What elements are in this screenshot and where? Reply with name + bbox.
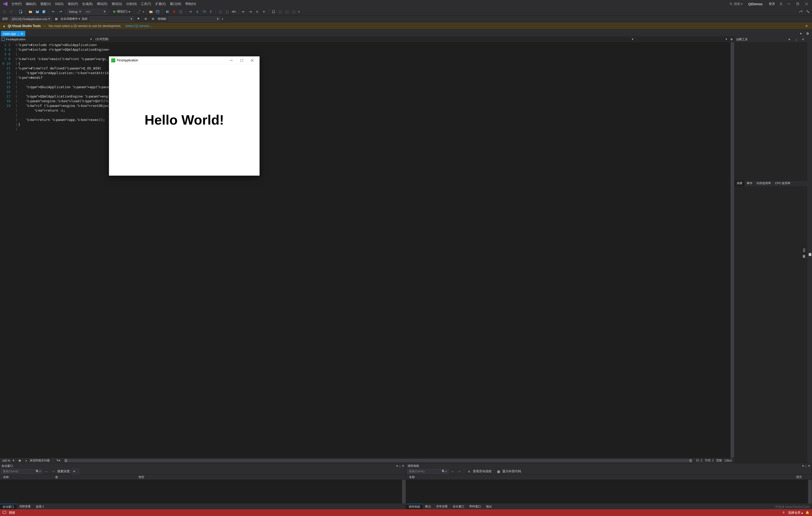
arrow-up-icon[interactable] — [782, 511, 785, 514]
thread-icon[interactable]: ⧉ — [143, 16, 149, 22]
bp-btn-2[interactable]: ⬚ — [224, 9, 230, 14]
indent-icon[interactable]: ⇤ — [241, 9, 246, 14]
redo-icon[interactable] — [58, 9, 63, 14]
uncomment-icon[interactable]: ≡ — [261, 9, 267, 14]
tab-close-icon[interactable]: ✕ — [21, 32, 23, 36]
auto-depth-dropdown[interactable]: ▾ — [71, 469, 79, 475]
diag-tab-memory[interactable]: 内存使用率 — [754, 181, 773, 186]
notifications-icon[interactable]: 🔔 — [806, 511, 809, 514]
bookmark-icon[interactable] — [271, 9, 277, 14]
brush-icon[interactable]: ✎▾ — [56, 458, 61, 463]
nav-project-dropdown[interactable]: FirstApplication▾ — [0, 36, 94, 42]
restart-icon[interactable] — [178, 9, 184, 14]
auto-scrollbar[interactable] — [402, 480, 406, 504]
stack-col-lang[interactable]: 语言 — [794, 475, 810, 480]
auto-search-input[interactable]: 搜索(Ctrl+E)🔍▾ — [1, 469, 43, 474]
step-out-icon[interactable] — [208, 9, 214, 14]
split-editor-icon[interactable]: ⊕ — [729, 36, 734, 42]
tab-output[interactable]: 输出 — [484, 504, 494, 509]
menu-build[interactable]: 生成(B) — [80, 1, 95, 7]
auto-fwd-icon[interactable]: → — [51, 469, 56, 475]
new-item-icon[interactable] — [18, 9, 24, 14]
stack-close-icon[interactable]: ✕ — [808, 464, 810, 467]
auto-col-name[interactable]: 名称 — [2, 475, 54, 480]
app-close-icon[interactable] — [247, 57, 257, 64]
menu-tools[interactable]: 工具(T) — [139, 1, 153, 7]
menu-extensions[interactable]: 扩展(X) — [153, 1, 168, 7]
line-ending[interactable]: CRLF — [725, 459, 732, 462]
menu-analyze[interactable]: 分析(N) — [124, 1, 139, 7]
thread-dropdown[interactable]: ▾ — [90, 17, 134, 22]
tab-auto-window[interactable]: 自动窗口 — [0, 504, 17, 509]
nav-scope-dropdown[interactable]: (全局范围)▾ — [94, 36, 635, 42]
menu-debug[interactable]: 调试(D) — [95, 1, 110, 7]
tab-dropdown-icon[interactable]: ▾ — [798, 31, 804, 36]
open-icon[interactable] — [28, 9, 33, 14]
menu-help[interactable]: 帮助(H) — [183, 1, 198, 7]
diag-tab-summary[interactable]: 摘要 — [735, 181, 745, 186]
step-over-icon[interactable] — [201, 9, 207, 14]
pin-icon[interactable]: ⟂ — [18, 32, 19, 35]
stack-dropdown[interactable]: ▾ — [168, 17, 221, 22]
stop-icon[interactable] — [171, 9, 177, 14]
stack-back-icon[interactable]: ← — [450, 469, 456, 475]
code-editor[interactable]: 1 2 3 4 5 6 7 8 9 10 11 12 13 14 15 16 1… — [0, 42, 734, 458]
fold-column[interactable]: ⊟ │ │ ⊟ │ ⊟ │ │ │ │ │ │ │ │ │ │ │ │ │ — [14, 42, 18, 458]
outdent-icon[interactable]: ⇥ — [248, 9, 253, 14]
search-box[interactable]: 搜索 ▾ — [728, 1, 744, 7]
menu-view[interactable]: 视图(V) — [38, 1, 53, 7]
live-share-icon[interactable] — [805, 9, 810, 14]
menu-edit[interactable]: 编辑(E) — [24, 1, 38, 7]
auto-close-icon[interactable]: ✕ — [402, 464, 404, 467]
auto-back-icon[interactable]: ← — [44, 469, 50, 475]
tab-call-stack[interactable]: 调用堆栈 — [406, 504, 423, 509]
platform-dropdown[interactable]: x64▾ — [84, 9, 107, 14]
tab-command[interactable]: 命令窗口 — [450, 504, 467, 509]
window-close-icon[interactable] — [803, 1, 810, 7]
app-minimize-icon[interactable] — [226, 57, 237, 64]
menu-git[interactable]: Git(G) — [53, 1, 65, 7]
lifecycle-icon[interactable]: ▦ — [53, 16, 59, 22]
login-button[interactable]: 登录 — [767, 1, 777, 7]
tab-exceptions[interactable]: 异常设置 — [434, 504, 450, 509]
nav-member-dropdown[interactable]: ▾ — [635, 36, 729, 42]
nav-fwd-icon[interactable] — [8, 9, 14, 14]
bookmark-clear-icon[interactable] — [291, 9, 297, 14]
comment-icon[interactable]: ≡ — [254, 9, 260, 14]
share-icon[interactable] — [798, 9, 804, 14]
show-external-code[interactable]: 显示外部代码 — [502, 469, 521, 474]
auto-pin-icon[interactable]: ⟂ — [399, 464, 401, 467]
bookmark-next-icon[interactable] — [284, 9, 290, 14]
menu-test[interactable]: 测试(S) — [110, 1, 124, 7]
tab-locals[interactable]: 局部变量 — [17, 504, 33, 509]
flag-icon[interactable]: ⚑ — [136, 16, 141, 22]
no-issues-icon[interactable]: ◉ — [17, 458, 23, 463]
tab-immediate[interactable]: 即时窗口 — [467, 504, 484, 509]
window-minimize-icon[interactable] — [785, 1, 793, 7]
tab-breakpoints[interactable]: 断点 — [423, 504, 434, 509]
menu-window[interactable]: 窗口(W) — [168, 1, 183, 7]
threads-icon[interactable]: ≡ — [466, 469, 472, 475]
save-all-icon[interactable] — [41, 9, 47, 14]
stack-scrollbar[interactable] — [808, 480, 812, 504]
stack-search-input[interactable]: 搜索(Ctrl+E)🔍▾ — [407, 469, 449, 474]
continue-button[interactable]: 继续(C)▾ — [111, 9, 132, 14]
process-dropdown[interactable]: [20116] FirstApplication.exe▾ — [10, 17, 52, 22]
select-repo[interactable]: 选择仓库 ▴ — [788, 511, 803, 515]
indent-mode[interactable]: 空格 — [716, 458, 722, 462]
undo-icon[interactable] — [51, 9, 56, 14]
window-restore-icon[interactable] — [794, 1, 802, 7]
editor-horizontal-scrollbar[interactable] — [64, 459, 692, 462]
stack-dd-icon[interactable]: ▾ — [802, 464, 804, 467]
app-maximize-icon[interactable] — [237, 57, 247, 64]
account-icon[interactable] — [778, 1, 784, 7]
step-next-icon[interactable] — [187, 9, 193, 14]
tab-watch1[interactable]: 监视 1 — [33, 504, 47, 509]
stack-fwd-icon[interactable]: → — [457, 469, 462, 475]
bookmark-prev-icon[interactable] — [278, 9, 283, 14]
menu-project[interactable]: 项目(P) — [65, 1, 80, 7]
notify-close-icon[interactable]: ✕ — [804, 24, 809, 28]
app-titlebar[interactable]: FirstApplication — [109, 56, 259, 64]
pause-icon[interactable] — [165, 9, 170, 14]
hot-reload-icon[interactable] — [136, 9, 142, 14]
